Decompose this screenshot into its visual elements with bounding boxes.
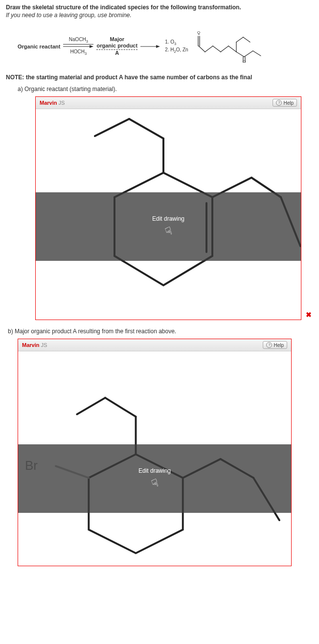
instruction-italic: If you need to use a leaving group, use …: [6, 12, 313, 19]
svg-line-23: [253, 51, 261, 56]
marvin-title: Marvin JS: [40, 100, 65, 106]
hand-icon: ☟: [149, 477, 160, 491]
marvin-header-b: Marvin JS ? Help: [18, 339, 291, 351]
canvas-b[interactable]: Br Edit drawing ☟: [18, 351, 291, 566]
svg-line-22: [244, 51, 253, 57]
part-a-label: a) Organic reactant (starting material).: [18, 86, 313, 92]
svg-line-17: [243, 37, 250, 42]
product-mid: organic product: [96, 43, 137, 50]
svg-line-16: [236, 37, 243, 42]
arrow1-bot-sub: 3: [85, 51, 87, 56]
final-product-structure: O O: [194, 28, 268, 64]
svg-line-36: [77, 398, 105, 414]
svg-line-18: [236, 52, 244, 57]
marvin-header: Marvin JS ? Help: [36, 97, 301, 109]
reactant-label: Organic reactant: [18, 44, 60, 49]
help-icon: ?: [266, 342, 272, 348]
marvin-box-b: Marvin JS ? Help Br: [18, 339, 292, 566]
svg-line-13: [221, 46, 228, 52]
marvin-title-b: Marvin JS: [22, 342, 47, 348]
canvas-a[interactable]: Edit drawing ☟: [36, 109, 301, 320]
help-button-b[interactable]: ? Help: [263, 341, 287, 349]
svg-line-26: [129, 119, 163, 138]
svg-line-10: [199, 46, 205, 52]
svg-line-11: [205, 46, 213, 52]
svg-text:O: O: [243, 59, 246, 63]
help-button[interactable]: ? Help: [273, 99, 297, 107]
edit-overlay-b[interactable]: Edit drawing ☟: [18, 444, 291, 513]
svg-line-27: [95, 119, 129, 136]
svg-line-35: [105, 398, 136, 416]
reaction-scheme: Organic reactant NaOCH3 HOCH3 Major orga…: [18, 28, 313, 64]
cond1-sub: 3: [174, 42, 176, 46]
conditions: 1. O3 2. H2O, Zn: [165, 39, 188, 54]
arrow-icon: [63, 45, 93, 48]
edit-label-b: Edit drawing: [138, 467, 171, 474]
arrow1-top-text: NaOCH: [69, 37, 86, 42]
arrow1-bot-text: HOCH: [70, 49, 85, 54]
cond1: 1. O: [165, 39, 174, 45]
arrow-icon: [140, 45, 160, 48]
hand-icon: ☟: [163, 225, 173, 239]
marvin-title-grey: JS: [57, 100, 65, 106]
svg-line-14: [228, 46, 236, 52]
instruction-bold: Draw the skeletal structure of the indic…: [6, 4, 313, 11]
part-b-label: b) Major organic product A resulting fro…: [8, 328, 313, 335]
svg-marker-3: [90, 45, 93, 48]
svg-marker-5: [156, 45, 160, 48]
arrow-1: NaOCH3 HOCH3: [63, 37, 93, 56]
svg-line-12: [213, 46, 221, 52]
marvin-box-a: Marvin JS ? Help Edit dr: [35, 96, 301, 320]
marvin-title-red: Marvin: [40, 100, 57, 106]
help-icon: ?: [276, 100, 282, 106]
marvin-title-red-b: Marvin: [22, 342, 39, 348]
edit-overlay[interactable]: Edit drawing ☟: [36, 192, 301, 261]
edit-label: Edit drawing: [152, 215, 184, 222]
help-label-b: Help: [273, 343, 284, 348]
svg-text:O: O: [197, 30, 200, 35]
close-icon[interactable]: ✖: [306, 311, 312, 319]
cond2b: O, Zn: [176, 47, 188, 52]
marvin-title-grey-b: JS: [39, 342, 47, 348]
cond2a: 2. H: [165, 47, 174, 52]
product-a-label: Major organic product A: [96, 36, 137, 57]
product-top: Major: [96, 36, 137, 43]
help-label: Help: [283, 100, 294, 106]
note: NOTE: the starting material and product …: [6, 74, 313, 81]
arrow-2: [140, 45, 160, 48]
product-bot: A: [96, 50, 137, 56]
arrow1-top-sub: 3: [86, 39, 88, 44]
